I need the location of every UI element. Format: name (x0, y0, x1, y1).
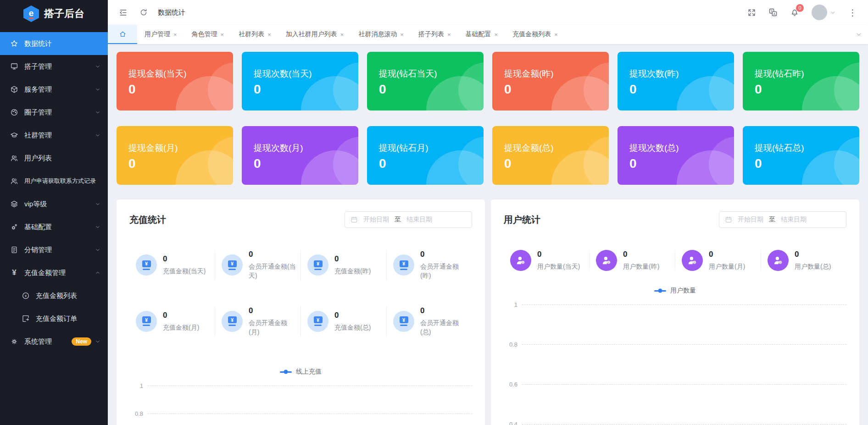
stat-card: 提现金额(总)0 (492, 126, 609, 185)
chevron-up-icon (95, 270, 100, 276)
gear-icon (10, 337, 18, 346)
close-icon[interactable]: × (495, 31, 498, 38)
tab-community-messages[interactable]: 社群消息滚动× (351, 25, 411, 44)
calendar-icon (725, 216, 732, 223)
board-icon (10, 62, 18, 71)
stat-card: 提现次数(月)0 (242, 126, 358, 185)
svg-text:A: A (773, 12, 776, 16)
close-icon[interactable]: × (554, 31, 558, 38)
sidebar-item-user-list[interactable]: 用户列表 (0, 147, 108, 170)
sidebar-item-circle-manage[interactable]: 圈子管理 (0, 101, 108, 124)
chevron-down-icon (95, 339, 100, 344)
user-stats-panel: 用户统计 开始日期 至 结束日期 0用户数量(当天) (491, 199, 859, 425)
tab-dazi-list[interactable]: 搭子列表× (411, 25, 458, 44)
stat-card: 提现金额(月)0 (117, 126, 233, 185)
date-separator: 至 (395, 215, 401, 224)
user-date-range-picker[interactable]: 开始日期 至 结束日期 (719, 211, 846, 228)
translate-icon[interactable]: 文A (768, 8, 778, 17)
tab-user-manage[interactable]: 用户管理× (137, 25, 184, 44)
y-tick: 0.8 (129, 410, 143, 417)
stat-card: 提现次数(昨)0 (618, 52, 734, 110)
chart-legend[interactable]: 线上充值 (129, 368, 472, 376)
sidebar-collapse-icon[interactable] (119, 8, 128, 17)
sidebar-item-recharge-amount-list[interactable]: ¥ 充值金额列表 (0, 284, 108, 307)
order-export-icon (22, 315, 30, 323)
tab-home[interactable] (108, 25, 137, 44)
close-icon[interactable]: × (267, 31, 271, 38)
sidebar: e 搭子后台 数据统计 搭子管理 服务管理 圈子管理 社群管理 (0, 0, 108, 425)
chevron-down-icon (95, 132, 100, 138)
sidebar-item-recharge-amount-manage[interactable]: ¥ 充值金额管理 (0, 261, 108, 284)
gears-icon (10, 223, 18, 231)
stat-item: 0用户数量(总) (761, 250, 846, 271)
app-logo[interactable]: e 搭子后台 (0, 0, 108, 28)
star-icon (10, 39, 18, 48)
yen-card-icon: ¥ (222, 311, 243, 332)
chevron-down-icon (95, 64, 100, 69)
sidebar-item-user-contact-records[interactable]: 用户申请获取联系方式记录 (0, 170, 108, 193)
yen-card-icon: ¥ (136, 254, 157, 276)
close-icon[interactable]: × (447, 31, 451, 38)
y-tick: 1 (504, 301, 517, 308)
y-tick: 0.8 (504, 341, 517, 348)
kebab-menu-icon[interactable]: ⋮ (848, 7, 857, 17)
stat-item: ¥ 0会员开通金额(月) (215, 306, 300, 337)
refresh-icon[interactable] (139, 8, 148, 17)
close-icon[interactable]: × (340, 31, 344, 38)
stat-item: 0用户数量(当天) (504, 250, 589, 271)
end-date-placeholder: 结束日期 (406, 215, 432, 224)
sidebar-item-data-stats[interactable]: 数据统计 (0, 32, 108, 55)
app-title: 搭子后台 (44, 7, 84, 21)
close-icon[interactable]: × (173, 31, 177, 38)
graduation-cap-icon (10, 131, 18, 139)
gridline (522, 384, 846, 385)
recharge-date-range-picker[interactable]: 开始日期 至 结束日期 (345, 211, 472, 228)
panels-row: 充值统计 开始日期 至 结束日期 ¥ 0充值金额(当天) ¥ (117, 199, 859, 425)
users-icon (10, 154, 18, 162)
sidebar-item-community-manage[interactable]: 社群管理 (0, 124, 108, 147)
stat-item: ¥ 0会员开通金额(总) (386, 306, 472, 337)
gridline (522, 304, 846, 305)
sidebar-item-service-manage[interactable]: 服务管理 (0, 78, 108, 101)
user-gear-icon (768, 250, 789, 271)
sidebar-item-vip-level[interactable]: vip等级 (0, 193, 108, 215)
chevron-down-icon (95, 224, 100, 230)
sidebar-item-system-manage[interactable]: 系统管理 New (0, 330, 108, 353)
sidebar-item-dazi-manage[interactable]: 搭子管理 (0, 55, 108, 78)
sidebar-item-recharge-amount-orders[interactable]: 充值金额订单 (0, 307, 108, 330)
users-icon (10, 177, 18, 185)
content: 提现金额(当天)0 提现次数(当天)0 提现(钻石当天)0 提现金额(昨)0 提… (108, 44, 868, 425)
y-tick: 0.6 (504, 381, 517, 388)
tabs-dropdown-chevron-icon[interactable] (850, 25, 868, 44)
stat-item: ¥ 0充值金额(月) (129, 306, 215, 337)
gridline (148, 386, 472, 386)
user-menu[interactable] (812, 5, 836, 20)
chart-legend[interactable]: 用户数量 (504, 287, 846, 295)
stat-card: 提现(钻石昨)0 (743, 52, 859, 110)
user-stats-row: 0用户数量(当天) 0用户数量(昨) 0用户数量(月) 0用户数量(总) (504, 250, 846, 271)
close-icon[interactable]: × (400, 31, 404, 38)
sidebar-item-distribution-manage[interactable]: 分销管理 (0, 238, 108, 261)
tab-role-manage[interactable]: 角色管理× (184, 25, 232, 44)
yen-card-icon: ¥ (136, 311, 157, 332)
avatar (812, 5, 827, 20)
home-icon (119, 30, 127, 38)
tab-basic-config[interactable]: 基础配置× (458, 25, 506, 44)
tab-community-list[interactable]: 社群列表× (231, 25, 278, 44)
sidebar-item-basic-config[interactable]: 基础配置 (0, 215, 108, 238)
yen-circle-icon: ¥ (22, 292, 30, 300)
panel-title: 充值统计 (129, 214, 166, 226)
tab-recharge-amount-list[interactable]: 充值金额列表× (505, 25, 565, 44)
stat-card: 提现金额(昨)0 (492, 52, 609, 110)
close-icon[interactable]: × (221, 31, 224, 38)
fullscreen-icon[interactable] (747, 8, 756, 17)
notification-bell-icon[interactable]: 0 (790, 8, 799, 17)
yen-icon: ¥ (10, 269, 18, 277)
notification-count-badge: 0 (796, 4, 804, 12)
tab-join-community-users[interactable]: 加入社群用户列表× (278, 25, 351, 44)
sidebar-menu: 数据统计 搭子管理 服务管理 圈子管理 社群管理 用户列表 (0, 28, 108, 353)
stat-card: 提现次数(总)0 (618, 126, 734, 185)
start-date-placeholder: 开始日期 (738, 215, 763, 224)
user-gear-icon (510, 250, 531, 271)
yen-card-icon: ¥ (222, 254, 243, 276)
